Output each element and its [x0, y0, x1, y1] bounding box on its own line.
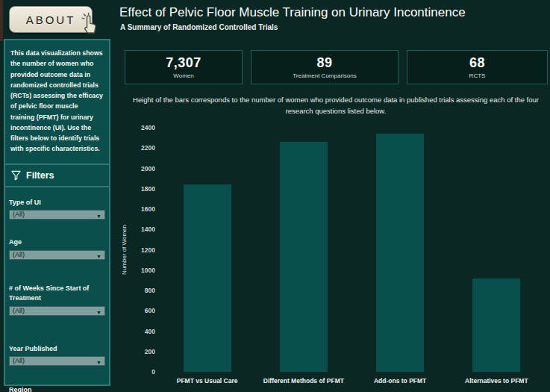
bar-different-methods-of-pfmt[interactable]	[280, 142, 328, 372]
chevron-down-icon: ▼	[96, 308, 101, 317]
bar-pfmt-vs-usual-care[interactable]	[184, 184, 231, 372]
filter-label: Region	[9, 385, 105, 392]
chevron-down-icon: ▼	[96, 212, 101, 220]
filter-select-type-of-ui[interactable]: (All) ▼	[9, 210, 105, 220]
filter-group-weeks: # of Weeks Since Start of Treatment (All…	[9, 284, 105, 316]
stat-card-rcts: 68 RCTS	[407, 50, 548, 84]
filter-select-weeks[interactable]: (All) ▼	[9, 306, 105, 316]
bar-column: Different Methods of PFMT	[255, 128, 351, 372]
funnel-icon	[10, 169, 22, 181]
y-tick-label: 1600	[141, 205, 155, 213]
click-hand-icon	[78, 13, 101, 37]
filter-group-age: Age (All) ▼	[9, 237, 105, 260]
stat-value: 68	[469, 55, 485, 71]
stat-label: RCTS	[469, 72, 486, 79]
bar-category-label: PFMT vs Usual Care	[177, 377, 238, 385]
about-button[interactable]: ABOUT	[9, 6, 93, 33]
bar-column: Add-ons to PFMT	[352, 128, 449, 372]
filter-select-age[interactable]: (All) ▼	[9, 250, 105, 260]
sidebar: This data visualization shows the number…	[4, 39, 110, 386]
bar-category-label: Different Methods of PFMT	[263, 377, 344, 385]
bar-alternatives-to-pfmt[interactable]	[472, 279, 520, 372]
filter-select-value: (All)	[13, 357, 25, 364]
stat-card-women: 7,307 Women	[125, 50, 243, 84]
page-title: Effect of Pelvic Floor Muscle Training o…	[119, 5, 466, 20]
y-tick-label: 1200	[141, 246, 155, 254]
dashboard: ABOUT Effect of Pelvic Floor Muscle Trai…	[0, 0, 550, 392]
filter-group-type-of-ui: Type of UI (All) ▼	[9, 198, 105, 220]
filter-select-value: (All)	[13, 251, 25, 258]
filter-select-value: (All)	[13, 307, 25, 314]
filter-label: Type of UI	[9, 198, 105, 208]
filters-header: Filters	[5, 165, 109, 187]
about-button-label: ABOUT	[26, 13, 76, 26]
filter-label: Year Published	[9, 344, 105, 355]
filter-label: # of Weeks Since Start of Treatment	[9, 284, 105, 304]
filter-label: Age	[9, 237, 105, 248]
y-tick-label: 200	[145, 348, 155, 355]
window-edge-strip	[0, 0, 3, 41]
stat-value: 7,307	[166, 55, 201, 71]
y-tick-label: 2200	[141, 144, 155, 152]
bar-column: PFMT vs Usual Care	[159, 128, 255, 372]
y-tick-label: 800	[145, 287, 155, 294]
y-tick-label: 600	[145, 307, 155, 314]
chevron-down-icon: ▼	[96, 252, 101, 261]
chart-note: Height of the bars corresponds to the nu…	[127, 95, 545, 116]
plot-area: PFMT vs Usual CareDifferent Methods of P…	[159, 128, 545, 372]
bar-category-label: Alternatives to PFMT	[465, 377, 528, 385]
stat-label: Treatment Comparisons	[293, 72, 357, 79]
bar-category-label: Add-ons to PFMT	[374, 377, 426, 385]
y-tick-label: 0	[151, 368, 155, 376]
sidebar-description: This data visualization shows the number…	[5, 40, 109, 165]
page-subtitle: A Summary of Randomized Controlled Trial…	[120, 23, 278, 31]
y-tick-label: 1400	[141, 225, 155, 233]
bar-add-ons-to-pfmt[interactable]	[376, 134, 424, 372]
filter-group-region: Region (All) ▼	[9, 385, 105, 392]
chevron-down-icon: ▼	[96, 358, 101, 367]
stat-card-treatment-comparisons: 89 Treatment Comparisons	[251, 50, 399, 84]
y-tick-label: 1000	[141, 267, 155, 274]
y-tick-label: 1800	[141, 185, 155, 193]
filter-select-year-published[interactable]: (All) ▼	[9, 356, 105, 366]
y-tick-label: 2000	[141, 165, 155, 172]
y-axis: 0200400600800100012001400160018002000220…	[119, 128, 155, 372]
filter-select-value: (All)	[13, 211, 25, 218]
filters-title: Filters	[26, 170, 54, 181]
bar-chart: Number of Women 020040060080010001200140…	[119, 122, 548, 391]
bar-column: Alternatives to PFMT	[449, 128, 545, 372]
filters-body: Type of UI (All) ▼ Age (All) ▼ # of Week…	[5, 187, 109, 392]
y-tick-label: 400	[145, 328, 155, 335]
filter-group-year-published: Year Published (All) ▼	[9, 344, 105, 367]
stat-value: 89	[316, 55, 332, 71]
y-tick-label: 2400	[141, 124, 155, 131]
stat-label: Women	[173, 72, 193, 79]
